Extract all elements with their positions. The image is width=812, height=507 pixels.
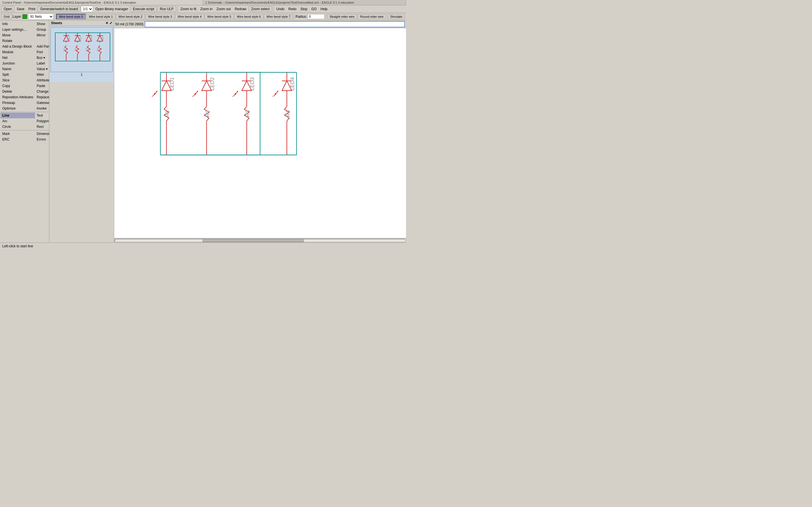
title-bar-right: 1 Schematic - /Users/rehaanirani/Documen… xyxy=(203,0,406,5)
svg-rect-1 xyxy=(55,61,110,61)
radius-label: Radius: xyxy=(296,15,307,18)
wire-bend-1-button[interactable]: Wire bend style 1 xyxy=(86,14,115,19)
main-layout: Info Show Layer settings.... Group Move … xyxy=(0,20,406,242)
sheets-close-icon[interactable]: ✕ xyxy=(105,21,108,25)
rotate-item[interactable]: Rotate xyxy=(1,38,35,44)
reposition-item[interactable]: Reposition Attributes xyxy=(1,94,35,100)
copy-item[interactable]: Copy xyxy=(1,83,35,89)
erc-item[interactable]: ERC xyxy=(1,136,35,142)
arc-item[interactable]: Arc xyxy=(1,118,35,124)
svg-text:R1: R1 xyxy=(63,48,65,51)
layer-settings-item[interactable]: Layer settings.... xyxy=(1,27,35,33)
toolbar: Grid Layer: 91 Nets Wire bend style 0 Wi… xyxy=(0,13,406,20)
canvas-command-input[interactable] xyxy=(145,21,405,27)
svg-line-37 xyxy=(154,91,158,94)
svg-text:LED2: LED2 xyxy=(79,36,82,41)
net-item[interactable]: Net xyxy=(1,55,35,61)
straight-miter-button[interactable]: Straight miter wire xyxy=(327,14,357,19)
scrollbar-thumb[interactable] xyxy=(202,239,304,242)
redo-button[interactable]: Redo xyxy=(287,6,298,11)
svg-text:LED1: LED1 xyxy=(68,36,70,41)
title-bar-container: Control Panel - /Users/rehaanirani/Docum… xyxy=(0,0,406,5)
sheets-preview-svg: LED1 LED2 LED3 xyxy=(51,27,112,72)
run-ulp-button[interactable]: Run ULP xyxy=(157,6,176,12)
info-item[interactable]: Info xyxy=(1,21,35,27)
undo-button[interactable]: Undo xyxy=(274,6,286,11)
add-design-block-item[interactable]: Add a Design Block xyxy=(1,44,35,49)
round-miter-button[interactable]: Round miter wire xyxy=(357,14,386,19)
svg-rect-0 xyxy=(51,27,112,72)
svg-line-65 xyxy=(233,94,236,97)
svg-text:R1: R1 xyxy=(164,110,170,117)
slice-item[interactable]: Slice xyxy=(1,77,35,83)
sheets-thumbnail: LED1 LED2 LED3 xyxy=(50,27,113,72)
svg-line-63 xyxy=(235,91,238,94)
svg-text:R3: R3 xyxy=(85,48,88,51)
generate-board-button[interactable]: Generate/switch to board xyxy=(38,6,80,12)
wire-bend-6-button[interactable]: Wire bend style 6 xyxy=(234,14,263,19)
page-selector[interactable]: 1/1 xyxy=(81,6,93,12)
name-item[interactable]: Name xyxy=(1,66,35,72)
simulate-button[interactable]: Simulate xyxy=(388,14,405,19)
layer-color-swatch xyxy=(22,14,27,19)
layer-select-container: 91 Nets xyxy=(22,13,54,20)
status-bar: Left-click to start line xyxy=(0,242,406,249)
wire-bend-0-button[interactable]: Wire bend style 0 xyxy=(56,14,86,19)
left-divider-2 xyxy=(1,130,54,130)
svg-text:LED3: LED3 xyxy=(90,36,93,41)
sheets-expand-icon[interactable]: ⤢ xyxy=(109,21,112,25)
content-row: Sheets ✕ ⤢ xyxy=(49,20,406,242)
svg-line-52 xyxy=(193,94,196,97)
wire-bend-7-button[interactable]: Wire bend style 7 xyxy=(264,14,293,19)
zoom-to-fit-button[interactable]: Zoom to fit xyxy=(179,6,198,11)
open-button[interactable]: Open xyxy=(1,6,14,12)
canvas-main[interactable]: LED1 R1 xyxy=(114,28,406,238)
grid-button[interactable]: Grid xyxy=(1,14,12,19)
mark-item[interactable]: Mark xyxy=(1,131,35,136)
line-item[interactable]: Line xyxy=(1,113,35,118)
radius-input[interactable] xyxy=(308,14,324,19)
wire-bend-3-button[interactable]: Wire bend style 3 xyxy=(146,14,174,19)
move-item[interactable]: Move xyxy=(1,33,35,38)
wire-bend-2-button[interactable]: Wire bend style 2 xyxy=(116,14,145,19)
schematic-svg: LED1 R1 xyxy=(114,28,406,238)
svg-rect-3 xyxy=(110,33,110,61)
layer-dropdown[interactable]: 91 Nets xyxy=(28,13,54,20)
canvas-size-info: 50 mil (1700 2800) xyxy=(115,22,144,26)
status-text: Left-click to start line xyxy=(2,244,33,248)
stop-button[interactable]: Stop xyxy=(299,6,309,11)
split-item[interactable]: Split xyxy=(1,72,35,77)
zoom-out-button[interactable]: Zoom out xyxy=(215,6,233,11)
zoom-in-button[interactable]: Zoom in xyxy=(199,6,214,11)
execute-script-button[interactable]: Execute script xyxy=(131,6,157,12)
save-button[interactable]: Save xyxy=(15,6,26,11)
sheets-title: Sheets xyxy=(51,21,62,25)
svg-text:LED1: LED1 xyxy=(169,77,175,91)
open-lib-manager-button[interactable]: Open library manager xyxy=(94,6,130,11)
separator-3 xyxy=(55,14,55,19)
wire-bend-5-button[interactable]: Wire bend style 5 xyxy=(205,14,234,19)
svg-text:R2: R2 xyxy=(74,48,77,51)
svg-text:R4: R4 xyxy=(285,110,291,117)
sheets-header: Sheets ✕ ⤢ xyxy=(49,20,114,26)
junction-item[interactable]: Junction xyxy=(1,61,35,66)
help-button[interactable]: Help xyxy=(319,6,329,11)
svg-line-76 xyxy=(274,91,278,94)
separator-2 xyxy=(273,6,273,12)
sheets-panel: Sheets ✕ ⤢ xyxy=(49,20,114,242)
svg-line-39 xyxy=(152,94,156,97)
optimize-item[interactable]: Optimize xyxy=(1,106,35,111)
redraw-button[interactable]: Redraw xyxy=(233,6,248,11)
delete-item[interactable]: Delete xyxy=(1,89,35,94)
zoom-select-button[interactable]: Zoom select xyxy=(249,6,272,12)
wire-bend-4-button[interactable]: Wire bend style 4 xyxy=(175,14,204,19)
module-item[interactable]: Module xyxy=(1,49,35,55)
sheets-page-number: 1 xyxy=(50,72,113,77)
print-button[interactable]: Print xyxy=(27,6,37,11)
circle-item[interactable]: Circle xyxy=(1,124,35,129)
go-button[interactable]: GO xyxy=(310,6,318,11)
right-area: Sheets ✕ ⤢ xyxy=(49,20,406,242)
horizontal-scrollbar[interactable] xyxy=(114,238,406,242)
scrollbar-track[interactable] xyxy=(115,239,405,242)
pinswap-item[interactable]: Pinswap xyxy=(1,100,35,106)
